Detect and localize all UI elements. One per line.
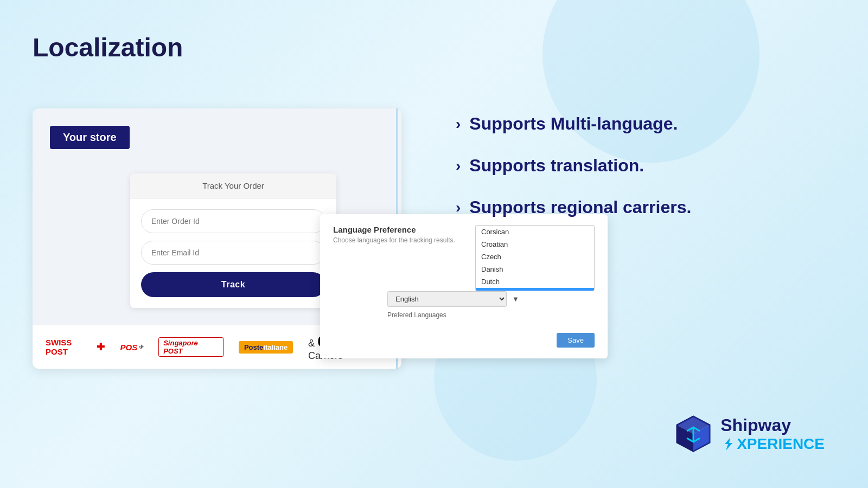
shipway-box-icon <box>672 412 715 455</box>
poste-italiane-logo: Posteitaliane <box>239 341 293 354</box>
feature-text-regional-carriers: Supports regional carriers. <box>469 197 691 217</box>
list-item[interactable]: Czech <box>476 251 594 263</box>
language-preference-card: Corsican Croatian Czech Danish Dutch Eng… <box>320 214 608 358</box>
store-badge: Your store <box>50 126 130 149</box>
save-button-row: Save <box>333 324 595 348</box>
chevron-right-icon: › <box>456 199 461 216</box>
save-button[interactable]: Save <box>557 333 595 348</box>
shipway-brand-text: Shipway XPERIENCE <box>720 415 825 453</box>
shipway-xperience: XPERIENCE <box>720 435 825 453</box>
prefered-languages-label: Prefered Languages <box>387 311 595 319</box>
shipway-name: Shipway <box>720 415 825 435</box>
list-item[interactable]: Croatian <box>476 238 594 251</box>
dropdown-arrow-icon: ▼ <box>512 295 519 303</box>
track-widget-header: Track Your Order <box>130 174 336 198</box>
list-item[interactable]: Danish <box>476 263 594 275</box>
feature-translation: › Supports translation. <box>456 156 691 176</box>
list-item[interactable]: Dutch <box>476 275 594 288</box>
features-section: › Supports Multi-language. › Supports tr… <box>456 114 691 217</box>
page-title: Localization <box>33 33 183 62</box>
language-list-container[interactable]: Corsican Croatian Czech Danish Dutch Eng… <box>475 225 595 291</box>
lang-select-row: English French German Spanish ▼ <box>387 291 595 307</box>
track-button[interactable]: Track <box>141 272 326 297</box>
shipway-logo: Shipway XPERIENCE <box>672 412 825 455</box>
language-list[interactable]: Corsican Croatian Czech Danish Dutch Eng… <box>476 226 594 291</box>
feature-text-multi-language: Supports Multi-language. <box>469 114 678 134</box>
track-widget-body: Track <box>130 198 336 308</box>
order-id-input[interactable] <box>141 209 326 233</box>
list-item[interactable]: Corsican <box>476 226 594 238</box>
xperience-lightning-icon <box>720 436 736 452</box>
singapore-post-logo: Singapore POST <box>158 337 224 357</box>
language-select[interactable]: English French German Spanish <box>387 291 507 307</box>
svg-marker-5 <box>725 438 732 451</box>
feature-regional-carriers: › Supports regional carriers. <box>456 197 691 217</box>
feature-text-translation: Supports translation. <box>469 156 644 176</box>
email-id-input[interactable] <box>141 241 326 265</box>
pos-malaysia-logo: POS ✈ <box>120 343 143 352</box>
feature-multi-language: › Supports Multi-language. <box>456 114 691 134</box>
swiss-post-logo: SWISS POST ✚ <box>46 338 105 356</box>
track-widget: Track Your Order Track <box>130 174 336 308</box>
chevron-right-icon: › <box>456 157 461 175</box>
list-item-selected[interactable]: English <box>476 288 594 291</box>
chevron-right-icon: › <box>456 115 461 133</box>
